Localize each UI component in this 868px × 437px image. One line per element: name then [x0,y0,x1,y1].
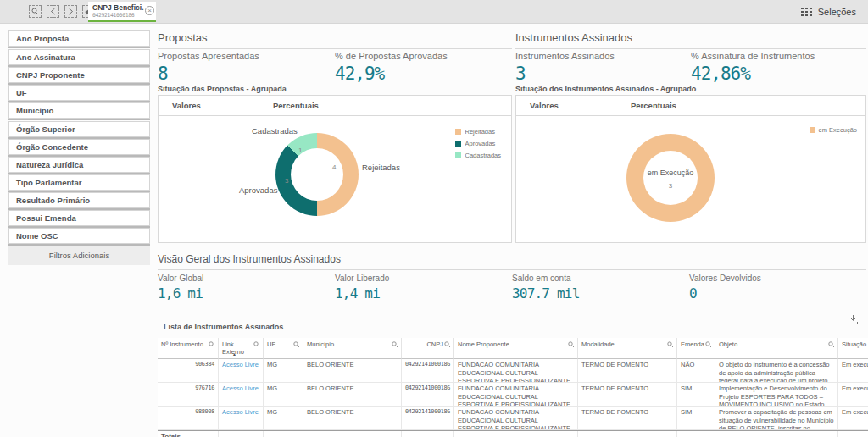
cell-cnpj[interactable]: 04292141000186 [402,407,454,430]
cell-proponente[interactable]: FUNDACAO COMUNITARIA EDUCACIONAL CULTURA… [454,407,578,430]
slice-label-rejeitadas: Rejeitadas [362,163,400,172]
selection-chip-cnpj[interactable]: CNPJ Benefici... 04292141000186 × [88,2,156,22]
cell-cnpj[interactable]: 04292141000186 [402,359,454,383]
cell-link-externo[interactable]: Acesso Livre [219,359,264,383]
kpi-valor-liberado: Valor Liberado 1,4 mi [335,274,512,301]
table-row: 976716 Acesso Livre MG BELO ORIENTE 0429… [158,383,868,407]
cell-objeto[interactable]: O objeto do instrumento é a concessão de… [715,359,838,383]
propostas-chart-title: Situação das Propostas - Agrupada [158,85,287,93]
kpi-value: 307.7 mil [512,285,689,301]
cell-objeto[interactable]: Implementação e Desenvolvimento do Proje… [715,383,838,407]
selections-grid-icon [801,8,812,17]
cell-situacao[interactable]: Em execução [838,407,868,430]
cell-instrumento[interactable]: 988008 [158,407,219,430]
col-header-objeto[interactable]: Objeto [715,338,838,359]
filter-municipio[interactable]: Município [8,102,150,119]
filter-ano-assinatura[interactable]: Ano Assinatura [8,49,150,65]
search-icon[interactable] [253,341,260,348]
col-header-link-externo[interactable]: Link Externo▲ [219,338,264,359]
cell-emenda[interactable]: SIM [677,383,715,407]
filter-possui-emenda[interactable]: Possui Emenda [8,210,150,226]
legend-swatch [455,129,461,135]
kpi-label: Valor Global [158,274,335,283]
kpi-saldo-em-conta: Saldo em conta 307.7 mil [512,274,689,301]
search-icon[interactable] [568,341,575,348]
close-icon[interactable]: × [145,6,154,15]
cell-modalidade[interactable]: TERMO DE FOMENTO [578,383,677,407]
search-icon[interactable] [828,341,835,348]
smart-search-icon[interactable] [29,5,42,18]
search-icon[interactable] [209,341,215,348]
filter-orgao-concedente[interactable]: Órgão Concedente [8,139,150,155]
search-icon[interactable] [667,341,674,348]
instrumentos-donut-chart: Valores Percentuais em Execução 3 em Exe… [515,95,866,243]
selections-tool-button[interactable]: Seleções [796,0,861,24]
cell-link-externo[interactable]: Acesso Livre [219,407,264,430]
filter-ano-proposta[interactable]: Ano Proposta [8,30,150,47]
legend-item-rejeitadas[interactable]: Rejeitadas [455,128,501,136]
col-header-situacao[interactable]: Situação [838,338,868,359]
tab-percentuais[interactable]: Percentuais [631,96,676,116]
cell-uf[interactable]: MG [264,407,303,430]
cell-modalidade[interactable]: TERMO DE FOMENTO [578,407,677,430]
cell-municipio[interactable]: BELO ORIENTE [303,359,402,383]
totals-label: Totais [158,431,219,437]
tab-valores[interactable]: Valores [172,96,201,116]
cell-emenda[interactable]: SIM [677,407,715,430]
legend-item-aprovadas[interactable]: Aprovadas [455,140,501,147]
cell-instrumento[interactable]: 976716 [158,383,219,407]
cell-emenda[interactable]: NÃO [677,359,715,383]
search-icon[interactable] [293,341,300,348]
col-header-emenda[interactable]: Emenda [677,338,715,359]
cell-modalidade[interactable]: TERMO DE FOMENTO [578,359,677,383]
filter-resultado-primario[interactable]: Resultado Primário [8,192,150,208]
filter-natureza-juridica[interactable]: Natureza Jurídica [8,157,150,173]
filter-tipo-parlamentar[interactable]: Tipo Parlamentar [8,174,150,191]
cell-municipio[interactable]: BELO ORIENTE [303,407,402,430]
kpi-value: 3 [515,64,691,84]
kpi-pct-propostas-aprovadas: % de Propostas Aprovadas 42,9% [335,51,512,84]
kpi-value: 1,6 mi [158,285,335,301]
cell-cnpj[interactable]: 04292141000186 [402,383,454,407]
cell-objeto[interactable]: Promover a capacitação de pessoas em sit… [715,407,838,430]
search-icon[interactable] [444,341,451,348]
col-header-modalidade[interactable]: Modalidade [578,338,677,359]
step-forward-icon[interactable] [64,5,77,18]
cell-uf[interactable]: MG [264,383,303,407]
legend-label: em Execução [819,126,857,134]
legend-label: Aprovadas [465,140,495,147]
tab-percentuais[interactable]: Percentuais [273,96,319,116]
cell-proponente[interactable]: FUNDACAO COMUNITARIA EDUCACIONAL CULTURA… [454,383,578,407]
selection-chip-title: CNPJ Benefici... [92,3,144,12]
legend-item-em-execucao[interactable]: em Execução [810,126,857,134]
filter-nome-osc[interactable]: Nome OSC [8,228,150,244]
filtros-adicionais-button[interactable]: Filtros Adicionais [8,246,150,265]
qlik-dashboard: CNPJ Benefici... 04292141000186 × Seleçõ… [0,0,868,437]
filter-orgao-superior[interactable]: Órgão Superior [8,121,150,137]
cell-situacao[interactable]: Em execução [838,359,868,383]
download-icon[interactable] [848,314,859,325]
col-header-nome-proponente[interactable]: Nome Proponente [454,338,578,359]
cell-link-externo[interactable]: Acesso Livre [219,383,264,407]
col-header-uf[interactable]: UF [264,338,303,359]
tab-valores[interactable]: Valores [530,96,559,116]
cell-proponente[interactable]: FUNDACAO COMUNITARIA EDUCACIONAL CULTURA… [454,359,578,383]
kpi-propostas-apresentadas: Propostas Apresentadas 8 [158,51,335,84]
col-header-n-instrumento[interactable]: Nº Instrumento [158,338,219,359]
cell-instrumento[interactable]: 906384 [158,359,219,383]
filter-cnpj-proponente[interactable]: CNPJ Proponente [8,67,150,83]
col-header-cnpj[interactable]: CNPJ [402,338,454,359]
cell-situacao[interactable]: Em execução [838,383,868,407]
cell-uf[interactable]: MG [264,359,303,383]
search-icon[interactable] [392,341,398,348]
col-header-municipio[interactable]: Município [303,338,402,359]
step-back-icon[interactable] [47,5,59,18]
kpi-pct-assinatura: % Assinatura de Instrumentos 42,86% [691,51,866,84]
kpi-value: 42,9% [335,64,512,84]
legend-item-cadastradas[interactable]: Cadastradas [455,152,501,159]
cell-municipio[interactable]: BELO ORIENTE [303,383,402,407]
kpi-label: Saldo em conta [512,274,689,283]
filter-uf[interactable]: UF [8,85,150,101]
search-icon[interactable] [705,341,712,348]
legend-label: Rejeitadas [465,128,494,136]
